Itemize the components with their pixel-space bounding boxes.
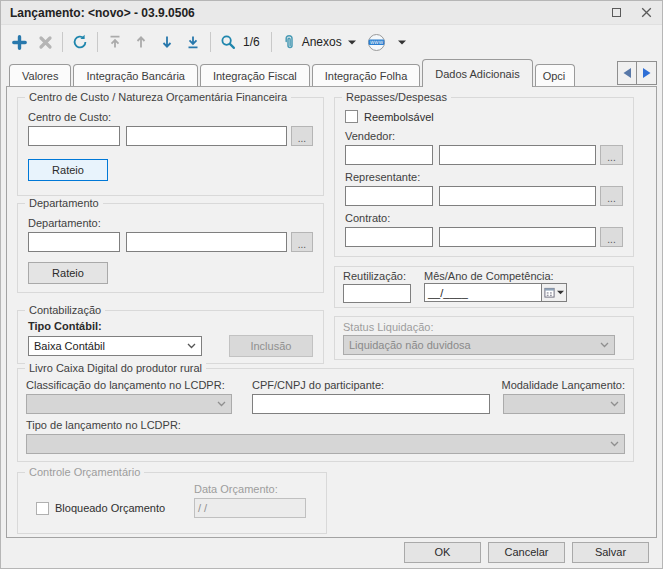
tab-integracao-folha[interactable]: Integração Folha — [312, 64, 421, 86]
contrato-name-input[interactable] — [439, 227, 596, 247]
search-button[interactable] — [215, 29, 241, 55]
departamento-name-input[interactable] — [126, 232, 287, 252]
anexos-label: Anexos — [302, 35, 342, 49]
cpf-cnpj-input[interactable] — [252, 394, 490, 414]
tab-integracao-fiscal[interactable]: Integração Fiscal — [200, 64, 310, 86]
svg-text:WWW: WWW — [370, 39, 384, 44]
web-globe-icon: WWW — [367, 33, 386, 52]
departamento-code-input[interactable] — [28, 232, 120, 252]
box-reutilizacao-competencia: Reutilização: Mês/Ano de Competência: __… — [334, 266, 634, 308]
rateio-centro-custo-button[interactable]: Rateio — [28, 159, 108, 181]
reembolsavel-label: Reembolsável — [364, 111, 434, 123]
arrow-left-icon — [623, 68, 632, 78]
group-title: Livro Caixa Digital do produtor rural — [25, 362, 206, 375]
previous-record-button — [128, 29, 154, 55]
reutilizacao-input[interactable] — [343, 284, 411, 303]
representante-code-input[interactable] — [345, 186, 433, 206]
toolbar-separator — [210, 32, 211, 52]
representante-label: Representante: — [345, 171, 623, 183]
reutilizacao-label: Reutilização: — [343, 270, 411, 282]
maximize-button[interactable] — [609, 6, 623, 20]
cancelar-button[interactable]: Cancelar — [488, 542, 565, 563]
tab-scroll-right-button[interactable] — [637, 61, 657, 85]
first-record-button — [102, 29, 128, 55]
rateio-departamento-button[interactable]: Rateio — [28, 262, 108, 284]
chevron-down-icon — [600, 342, 609, 348]
chevron-down-icon — [348, 40, 356, 45]
anexos-button[interactable]: Anexos — [276, 29, 362, 55]
contrato-code-input[interactable] — [345, 227, 433, 247]
group-title: Repasses/Despesas — [342, 91, 451, 104]
group-title: Departamento — [25, 197, 103, 210]
tab-strip: Valores Integração Bancária Integração F… — [6, 59, 657, 86]
chevron-down-icon — [610, 401, 619, 407]
group-repasses-despesas: Repasses/Despesas Reembolsável Vendedor:… — [334, 97, 634, 257]
tab-valores[interactable]: Valores — [9, 64, 71, 86]
data-orcamento-label: Data Orçamento: — [194, 483, 306, 495]
refresh-button[interactable] — [67, 29, 93, 55]
data-orcamento-input: / / — [194, 498, 306, 518]
group-title: Controle Orçamentário — [25, 466, 144, 479]
group-departamento: Departamento Departamento: ... Rateio — [17, 203, 324, 293]
centro-custo-code-input[interactable] — [28, 126, 120, 146]
paperclip-icon — [282, 34, 296, 51]
vendedor-browse-button[interactable]: ... — [600, 145, 623, 165]
chevron-down-icon — [217, 401, 226, 407]
departamento-label: Departamento: — [28, 217, 313, 229]
ok-button[interactable]: OK — [404, 542, 481, 563]
last-record-button[interactable] — [180, 29, 206, 55]
centro-custo-browse-button[interactable]: ... — [291, 126, 313, 146]
tab-scroll-left-button[interactable] — [617, 61, 637, 85]
window-title: Lançamento: <novo> - 03.9.0506 — [10, 6, 195, 20]
tipo-contabil-select[interactable]: Baixa Contábil — [28, 336, 202, 356]
reembolsavel-checkbox[interactable] — [345, 110, 358, 123]
centro-custo-name-input[interactable] — [126, 126, 287, 146]
delete-record-button — [32, 29, 58, 55]
arrow-right-icon — [642, 68, 651, 78]
delete-x-icon — [38, 35, 53, 50]
bloqueado-orcamento-label: Bloqueado Orçamento — [55, 502, 165, 514]
representante-browse-button[interactable]: ... — [600, 186, 623, 206]
vendedor-name-input[interactable] — [439, 145, 596, 165]
group-livro-caixa-digital: Livro Caixa Digital do produtor rural Cl… — [17, 368, 634, 462]
mes-ano-competencia-input[interactable]: __/____ — [424, 283, 542, 302]
add-record-button[interactable] — [6, 29, 32, 55]
titlebar: Lançamento: <novo> - 03.9.0506 — [1, 1, 662, 25]
salvar-button[interactable]: Salvar — [572, 542, 649, 563]
tab-opcionais[interactable]: Opci — [535, 64, 575, 86]
status-liquidacao-label: Status Liquidação: — [343, 321, 625, 333]
contrato-browse-button[interactable]: ... — [600, 227, 623, 247]
inclusao-button: Inclusão — [229, 335, 313, 357]
search-icon — [220, 34, 236, 50]
record-counter: 1/6 — [243, 35, 260, 49]
centro-de-custo-label: Centro de Custo: — [28, 111, 313, 123]
vendedor-label: Vendedor: — [345, 130, 623, 142]
last-record-icon — [185, 34, 201, 50]
toolbar-separator — [271, 32, 272, 52]
close-button[interactable] — [639, 6, 653, 20]
vendedor-code-input[interactable] — [345, 145, 433, 165]
departamento-browse-button[interactable]: ... — [291, 232, 313, 252]
classificacao-lcdpr-select — [26, 394, 232, 414]
chevron-down-icon — [610, 441, 619, 447]
tab-page-dados-adicionais: Centro de Custo / Natureza Orçamentária … — [6, 86, 657, 538]
chevron-down-icon — [398, 40, 406, 45]
representante-name-input[interactable] — [439, 186, 596, 206]
web-dropdown-button[interactable] — [392, 29, 412, 55]
next-record-button[interactable] — [154, 29, 180, 55]
contrato-label: Contrato: — [345, 212, 623, 224]
close-icon — [641, 7, 652, 18]
tipo-lancamento-lcdpr-label: Tipo de lançamento no LCDPR: — [26, 419, 625, 431]
tab-dados-adicionais[interactable]: Dados Adicionais — [422, 59, 532, 87]
maximize-icon — [612, 8, 621, 17]
toolbar-separator — [97, 32, 98, 52]
chevron-down-icon — [557, 290, 564, 295]
lancamento-dialog: Lançamento: <novo> - 03.9.0506 — [0, 0, 663, 569]
arrow-up-icon — [133, 34, 149, 50]
refresh-icon — [72, 34, 88, 50]
calendar-dropdown-button[interactable] — [541, 283, 567, 302]
web-button[interactable]: WWW — [362, 29, 392, 55]
tab-integracao-bancaria[interactable]: Integração Bancária — [73, 64, 197, 86]
toolbar-separator — [62, 32, 63, 52]
calendar-icon — [544, 287, 555, 298]
